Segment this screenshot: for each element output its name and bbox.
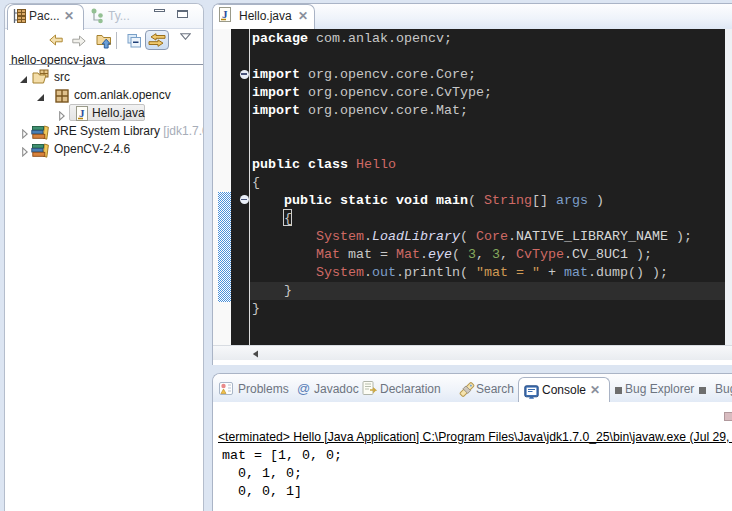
svg-text:J: J bbox=[222, 8, 228, 20]
svg-text:J: J bbox=[79, 106, 85, 118]
